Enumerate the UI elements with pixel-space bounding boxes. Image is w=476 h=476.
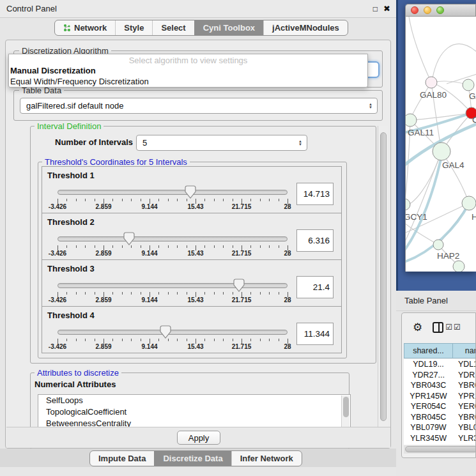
network-window: GAL80GALCGAL11GAL4GCY1HHAP2 [405,4,476,272]
table-cell: YBR045C [404,413,453,422]
network-node-HAP2[interactable] [433,240,443,250]
network-node-label: H [472,212,476,222]
table-row[interactable]: YDL19...YDL1 [404,359,476,370]
network-node-GAL80[interactable] [426,77,437,88]
threshold-value-field[interactable]: 11.344 [296,323,334,345]
tab-network[interactable]: Network [55,20,115,35]
combo-stepper-icon[interactable]: ▲▼ [369,103,372,109]
close-traffic-light-icon[interactable] [411,6,418,14]
control-panel-titlebar: Control Panel □ ✖ [0,0,396,18]
checkbox-icon[interactable]: ☑ [445,323,452,332]
network-edge [409,17,431,82]
threshold-value-field[interactable]: 6.316 [296,229,334,252]
network-graph: GAL80GALCGAL11GAL4GCY1HHAP2 [406,17,476,272]
table-row[interactable]: YER054CYER0 [404,401,476,412]
table-hscrollbar[interactable] [404,445,475,454]
network-node-label: GAL80 [420,90,447,100]
column-header-name[interactable]: name [453,343,476,358]
popup-header: Select algorithm to view settings [9,54,367,65]
network-node-label: GAL4 [442,160,464,170]
attribute-list-item[interactable]: TopologicalCoefficient [38,406,350,418]
tab-infer-network[interactable]: Infer Network [231,451,302,466]
tick-label: 2.859 [95,343,111,350]
network-node-node[interactable] [453,261,464,272]
tick-label: 28 [284,203,291,210]
popup-option-list: Manual DiscretizationEqual Width/Frequen… [9,65,367,87]
hscrollbar-thumb[interactable] [405,446,476,452]
attributes-scrollbar[interactable] [341,395,349,427]
popup-option[interactable]: Equal Width/Frequency Discretization [9,76,367,87]
table-row[interactable]: YDR27...YDR2 [404,370,476,381]
tick-label: 9.144 [141,203,157,210]
threshold-value-field[interactable]: 21.4 [296,276,334,298]
tab-impute-data[interactable]: Impute Data [90,451,154,466]
table-row[interactable]: YBL079WYBL0 [404,422,476,433]
tab-discretize-data[interactable]: Discretize Data [154,451,231,466]
network-node-label: GCY1 [406,212,427,222]
number-of-intervals-value: 5 [137,138,298,148]
algorithm-dropdown-popup: Select algorithm to view settings Manual… [8,54,368,88]
attribute-list-item[interactable]: BetweennessCentrality [38,418,350,427]
threshold-slider[interactable] [58,330,288,335]
table-cell: YDL1 [453,360,476,369]
table-row[interactable]: YIL052CYIL0 [404,443,476,445]
apply-button[interactable]: Apply [177,431,220,445]
zoom-traffic-light-icon[interactable] [436,6,444,14]
slider-thumb-icon[interactable] [233,279,245,292]
tab-label: Network [74,23,107,33]
network-node-label: HAP2 [437,251,459,261]
table-cell: YLR3 [453,434,476,443]
table-row[interactable]: YBR045CYBR0 [404,412,476,423]
tab-jactivemnodules[interactable]: jActiveMNodules [263,20,348,35]
threshold-slider[interactable] [58,236,288,242]
column-header-shared-name[interactable]: shared... [404,343,453,358]
network-node-label: GAL [469,91,476,101]
network-node-H[interactable] [462,196,476,210]
threshold-label: Threshold 2 [47,217,95,227]
checkbox-icon[interactable]: ☑ [454,323,460,332]
bottom-strip [0,467,396,476]
threshold-slider[interactable] [58,190,288,195]
slider-thumb-icon[interactable] [123,232,135,245]
tab-label: jActiveMNodules [272,23,339,33]
table-panel-title: Table Panel [404,296,448,305]
number-of-intervals-combobox[interactable]: 5 ▲▼ [136,135,307,151]
split-view-icon[interactable] [433,322,443,333]
threshold-label: Threshold 4 [47,311,95,320]
threshold-label: Threshold 3 [47,264,95,273]
table-data-combobox[interactable]: galFiltered.sif default node ▲▼ [20,98,378,114]
tick-label: -3.426 [49,343,66,350]
numerical-attributes-list[interactable]: SelfLoopsTopologicalCoefficientBetweenne… [38,394,351,427]
table-row[interactable]: YPR145WYPR1 [404,391,476,402]
network-node-G[interactable] [463,79,474,91]
thresholds-group-title: Threshold's Coordinates for 5 Intervals [42,157,190,167]
popup-option[interactable]: Manual Discretization [9,65,367,76]
threshold-value-field[interactable]: 14.713 [296,183,334,205]
table-cell: YBR043C [404,381,453,390]
scrollbar-thumb[interactable] [380,132,387,421]
settings-scrollbar[interactable] [378,126,388,427]
slider-thumb-icon[interactable] [185,185,196,199]
combo-stepper-icon[interactable]: ▲▼ [298,140,302,146]
slider-thumb-icon[interactable] [160,325,171,339]
threshold-slider[interactable] [58,283,288,288]
table-cell: YBL079W [404,423,453,432]
network-canvas[interactable]: GAL80GALCGAL11GAL4GCY1HHAP2 [405,17,476,272]
network-node-GAL4[interactable] [433,142,450,160]
tab-style[interactable]: Style [115,20,152,35]
table-row[interactable]: YLR345WYLR3 [404,433,476,444]
table-cell: YPR1 [453,392,476,401]
tab-select[interactable]: Select [152,20,194,35]
table-row[interactable]: YBR043CYBR0 [404,380,476,391]
table-toolbar: ⚙ ☑ ☑ [402,318,476,336]
tick-label: -3.426 [49,250,66,257]
float-window-icon[interactable]: □ [373,4,378,13]
attribute-list-item[interactable]: SelfLoops [38,395,350,406]
network-node-GCY1[interactable] [406,199,410,210]
gear-icon[interactable]: ⚙ [413,322,422,333]
network-node-GAL11[interactable] [406,114,417,127]
tab-cyni-toolbox[interactable]: Cyni Toolbox [194,20,263,35]
network-edge [406,151,441,247]
close-icon[interactable]: ✖ [383,4,390,13]
minimize-traffic-light-icon[interactable] [424,6,431,14]
